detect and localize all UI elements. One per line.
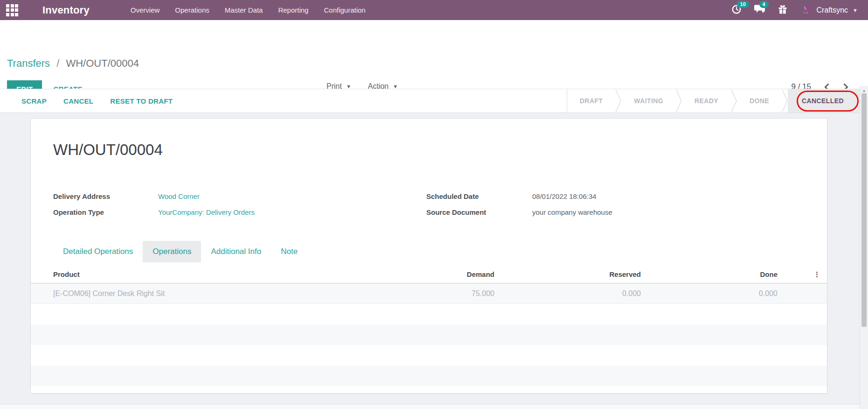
field-grid: Delivery Address Wood Corner Operation T…	[53, 192, 799, 224]
form-sheet: WH/OUT/00004 Delivery Address Wood Corne…	[30, 118, 827, 394]
scroll-up-arrow[interactable]: ▲	[860, 86, 868, 93]
svg-text:S: S	[803, 2, 810, 16]
notebook-tabs: Detailed Operations Operations Additiona…	[53, 241, 307, 262]
tab-additional-info[interactable]: Additional Info	[201, 241, 271, 262]
field-operation-type: Operation Type YourCompany: Delivery Ord…	[53, 208, 426, 216]
status-draft[interactable]: DRAFT	[567, 89, 615, 113]
menu-operations[interactable]: Operations	[175, 6, 209, 14]
breadcrumb-current: WH/OUT/00004	[66, 57, 139, 69]
scheduled-date-value: 08/01/2022 18:06:34	[532, 192, 597, 200]
breadcrumb: Transfers / WH/OUT/00004	[7, 57, 139, 70]
cancel-button[interactable]: CANCEL	[57, 93, 100, 109]
scrollbar-thumb[interactable]	[861, 93, 867, 327]
status-pipeline: DRAFT WAITING READY DONE CANCELLED	[567, 89, 860, 113]
operations-table: Product Demand Reserved Done ⋮ [E-COM06]…	[31, 266, 827, 386]
vertical-scrollbar[interactable]: ▲	[860, 86, 868, 409]
breadcrumb-transfers[interactable]: Transfers	[7, 57, 50, 69]
table-row[interactable]: [E-COM06] Corner Desk Right Sit 75.000 0…	[31, 283, 827, 304]
statusbar-buttons: SCRAP CANCEL RESET TO DRAFT	[0, 93, 179, 109]
status-cancelled[interactable]: CANCELLED	[788, 89, 860, 113]
statusbar: SCRAP CANCEL RESET TO DRAFT DRAFT WAITIN…	[0, 89, 860, 113]
cell-done[interactable]: 0.000	[641, 289, 778, 298]
navbar-right: 10 4	[731, 2, 868, 18]
content-area: WH/OUT/00004 Delivery Address Wood Corne…	[0, 113, 860, 403]
tab-detailed-operations[interactable]: Detailed Operations	[53, 241, 143, 262]
user-menu[interactable]: S Craftsync ▼	[800, 2, 858, 18]
column-reserved[interactable]: Reserved	[494, 270, 641, 278]
bottom-strip	[0, 404, 860, 409]
cell-reserved[interactable]: 0.000	[494, 289, 641, 298]
tab-note[interactable]: Note	[271, 241, 307, 262]
column-demand[interactable]: Demand	[420, 270, 494, 278]
menu-reporting[interactable]: Reporting	[278, 6, 308, 14]
message-count-badge: 4	[759, 1, 769, 8]
menu-overview[interactable]: Overview	[131, 6, 160, 14]
optional-columns-icon[interactable]: ⋮	[778, 270, 827, 279]
record-title: WH/OUT/00004	[53, 141, 163, 159]
rewards-button[interactable]	[778, 4, 788, 16]
column-product[interactable]: Product	[31, 270, 420, 278]
operation-type-link[interactable]: YourCompany: Delivery Orders	[158, 208, 255, 216]
top-navbar: Inventory Overview Operations Master Dat…	[0, 0, 868, 20]
status-done[interactable]: DONE	[737, 89, 782, 113]
cell-product[interactable]: [E-COM06] Corner Desk Right Sit	[31, 289, 420, 298]
control-panel: Transfers / WH/OUT/00004 EDIT CREATE Pri…	[0, 20, 868, 89]
cell-demand[interactable]: 75.000	[420, 289, 494, 298]
status-waiting[interactable]: WAITING	[621, 89, 676, 113]
chevron-right-icon	[615, 89, 621, 113]
messages-button[interactable]: 4	[754, 4, 765, 16]
menu-configuration[interactable]: Configuration	[324, 6, 365, 14]
column-done[interactable]: Done	[641, 270, 778, 278]
app-title[interactable]: Inventory	[42, 4, 90, 16]
company-logo: S	[800, 2, 813, 18]
main-menu: Overview Operations Master Data Reportin…	[131, 6, 366, 14]
menu-master-data[interactable]: Master Data	[225, 6, 263, 14]
field-delivery-address: Delivery Address Wood Corner	[53, 192, 426, 200]
chevron-down-icon: ▼	[853, 7, 858, 13]
scrap-button[interactable]: SCRAP	[15, 93, 53, 109]
gift-icon	[778, 4, 788, 16]
tab-operations[interactable]: Operations	[143, 241, 201, 262]
reset-to-draft-button[interactable]: RESET TO DRAFT	[104, 93, 179, 109]
chevron-right-icon	[731, 89, 737, 113]
field-label: Delivery Address	[53, 192, 158, 200]
activities-button[interactable]: 10	[731, 4, 742, 16]
apps-grid-icon[interactable]	[6, 4, 18, 16]
user-name: Craftsync	[817, 6, 848, 14]
field-label: Source Document	[426, 208, 532, 216]
chevron-right-icon	[782, 89, 788, 113]
source-document-value: your company warehouse	[532, 208, 612, 216]
field-label: Operation Type	[53, 208, 158, 216]
empty-row	[31, 304, 827, 324]
activity-count-badge: 10	[737, 1, 749, 8]
breadcrumb-separator: /	[56, 57, 59, 69]
empty-row	[31, 345, 827, 366]
table-header-row: Product Demand Reserved Done ⋮	[31, 266, 827, 283]
chevron-right-icon	[676, 89, 682, 113]
status-ready[interactable]: READY	[682, 89, 731, 113]
field-scheduled-date: Scheduled Date 08/01/2022 18:06:34	[426, 192, 799, 200]
empty-row	[31, 366, 827, 386]
field-source-document: Source Document your company warehouse	[426, 208, 799, 216]
field-label: Scheduled Date	[426, 192, 532, 200]
delivery-address-link[interactable]: Wood Corner	[158, 192, 200, 200]
empty-row	[31, 324, 827, 345]
